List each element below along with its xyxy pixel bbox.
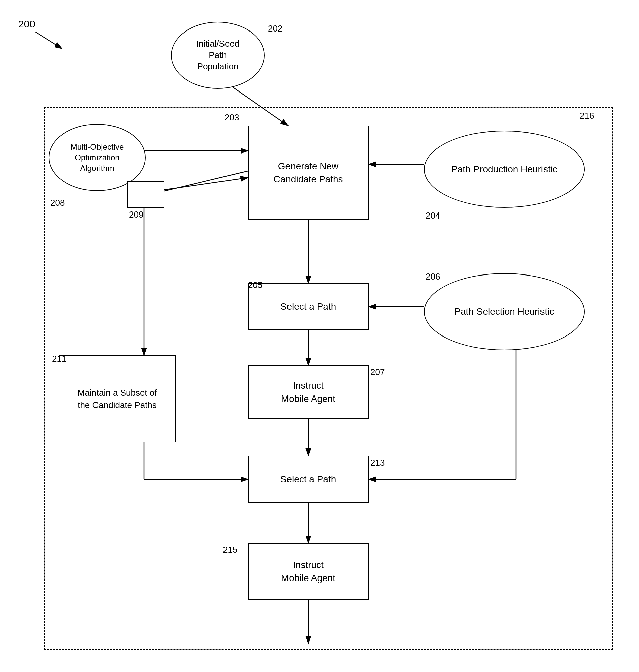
- path-production-ellipse: Path Production Heuristic: [424, 131, 585, 208]
- ref-207: 207: [370, 367, 385, 377]
- instruct-agent-1-rect: Instruct Mobile Agent: [248, 365, 369, 419]
- figure-arrow: [32, 29, 72, 55]
- connector-box-209: [127, 181, 164, 208]
- ref-216: 216: [580, 111, 594, 121]
- instruct-agent-2-label: Instruct Mobile Agent: [281, 559, 336, 584]
- svg-line-17: [35, 32, 62, 49]
- select-path-1-rect: Select a Path: [248, 283, 369, 330]
- ref-215: 215: [223, 545, 237, 555]
- multi-objective-label: Multi-Objective Optimization Algorithm: [71, 142, 124, 173]
- generate-paths-label: Generate New Candidate Paths: [274, 159, 343, 186]
- ref-206: 206: [425, 272, 440, 282]
- select-path-2-rect: Select a Path: [248, 456, 369, 503]
- select-path-2-label: Select a Path: [280, 473, 337, 486]
- ref-205: 205: [248, 280, 262, 290]
- ref-209: 209: [129, 210, 143, 220]
- maintain-subset-rect: Maintain a Subset of the Candidate Paths: [59, 355, 176, 442]
- path-selection-label: Path Selection Heuristic: [454, 306, 554, 318]
- instruct-agent-1-label: Instruct Mobile Agent: [281, 379, 336, 405]
- ref-203: 203: [224, 112, 239, 123]
- maintain-subset-label: Maintain a Subset of the Candidate Paths: [77, 387, 157, 411]
- instruct-agent-2-rect: Instruct Mobile Agent: [248, 543, 369, 600]
- initial-seed-label: Initial/Seed Path Population: [196, 38, 239, 72]
- generate-paths-rect: Generate New Candidate Paths: [248, 126, 369, 219]
- ref-204: 204: [425, 211, 440, 221]
- path-selection-ellipse: Path Selection Heuristic: [424, 273, 585, 350]
- ref-211: 211: [52, 354, 66, 364]
- path-production-label: Path Production Heuristic: [451, 163, 557, 175]
- select-path-1-label: Select a Path: [280, 300, 337, 313]
- ref-208: 208: [50, 198, 65, 208]
- ref-202: 202: [268, 24, 282, 34]
- figure-label-200: 200: [18, 18, 35, 30]
- diagram: 200 Initial/Seed Path Population 202 216…: [0, 0, 639, 672]
- initial-seed-ellipse: Initial/Seed Path Population: [171, 22, 265, 89]
- ref-213: 213: [370, 458, 385, 468]
